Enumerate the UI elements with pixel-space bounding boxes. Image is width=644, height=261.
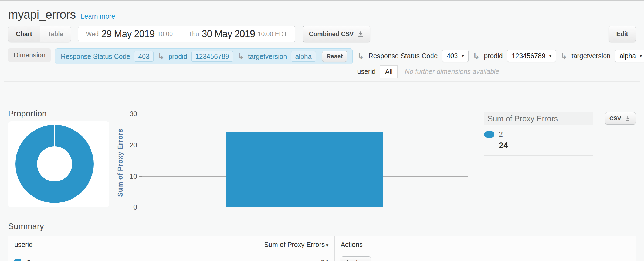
series-color-swatch (484, 131, 494, 138)
next-dimension-name: userid (357, 68, 375, 75)
x-axis-zero-line (142, 207, 468, 207)
summary-section: Summary userid Sum of Proxy Errors▾ Acti… (8, 222, 636, 261)
breadcrumb-dim-value[interactable]: 123456789 (191, 51, 233, 62)
edit-button[interactable]: Edit (609, 26, 636, 42)
cell-userid: 2 (8, 253, 199, 261)
filter-selected-value: 403 (447, 52, 458, 60)
breadcrumb-dim-value[interactable]: alpha (291, 51, 316, 62)
drilldown-arrow-icon: ↳ (473, 52, 480, 60)
edit-label: Edit (616, 30, 628, 38)
y-tick-label: 0 (133, 203, 137, 211)
filter-selected-value: alpha (619, 52, 636, 60)
summary-title: Summary (8, 222, 636, 231)
page-title: myapi_errors (8, 8, 76, 21)
plot-outer: 30 20 10 0 (142, 109, 468, 212)
dimension-label: Dimension (8, 48, 51, 62)
legend-title: Sum of Proxy Errors (484, 112, 593, 125)
drilldown-arrow-icon: ↳ (560, 52, 567, 60)
y-axis-title: Sum of Proxy Errors (116, 129, 124, 197)
cell-sum: 24 (199, 253, 334, 261)
reset-button[interactable]: Reset (322, 51, 347, 62)
y-tick-label: 10 (130, 173, 137, 180)
next-dimension-value-button[interactable]: All (380, 65, 398, 78)
filter-selected-value: 123456789 (512, 52, 545, 60)
filter-line-1: ↳ Response Status Code 403 ▾ ↳ prodid 12… (357, 50, 644, 62)
start-date: 29 May 2019 (101, 28, 154, 40)
chevron-down-icon: ▾ (462, 53, 464, 59)
csv-label: CSV (609, 115, 621, 122)
sort-descending-icon: ▾ (326, 242, 328, 248)
legend-item-label: 2 (499, 130, 503, 139)
column-header-sum[interactable]: Sum of Proxy Errors▾ (199, 236, 334, 253)
column-header-sum-label: Sum of Proxy Errors (264, 241, 325, 248)
dimension-row: Dimension Response Status Code 403 ↳ pro… (8, 48, 636, 78)
proportion-chart-card (8, 121, 109, 207)
proportion-chart-block: Proportion (8, 109, 109, 207)
breadcrumb-dim-name: prodid (168, 53, 187, 60)
breadcrumb-dim-name: targetversion (248, 53, 287, 60)
drilldown-arrow-icon: ↳ (158, 52, 164, 60)
download-icon (357, 30, 364, 37)
table-row: 2 24 Analyze (8, 253, 636, 261)
end-day: Thu (188, 30, 199, 38)
tab-table[interactable]: Table (40, 26, 71, 42)
column-header-userid: userid (8, 236, 199, 253)
breadcrumb-dim-name: Response Status Code (61, 53, 130, 60)
table-header-row: userid Sum of Proxy Errors▾ Actions (8, 236, 636, 253)
bar-chart-plot: 30 20 10 0 (142, 114, 468, 207)
cell-actions: Analyze (334, 253, 636, 261)
no-more-dimensions-text: No further dimensions available (405, 68, 499, 75)
start-time: 10:00 (157, 30, 173, 38)
combined-csv-label: Combined CSV (309, 30, 354, 38)
header: myapi_errors Learn more (8, 1, 636, 21)
chevron-down-icon: ▾ (549, 53, 552, 59)
breadcrumb-dim-value[interactable]: 403 (134, 51, 154, 62)
y-tick-label: 30 (130, 110, 137, 118)
filter-select-response-status-code[interactable]: 403 ▾ (442, 50, 469, 62)
csv-button[interactable]: CSV (605, 112, 636, 125)
summary-table: userid Sum of Proxy Errors▾ Actions 2 24 (8, 236, 636, 261)
legend-item[interactable]: 2 (484, 130, 636, 139)
userid-value: 2 (27, 259, 30, 261)
bar-chart-block: Sum of Proxy Errors 30 20 10 0 (114, 109, 468, 212)
legend-panel: Sum of Proxy Errors CSV 2 24 (484, 109, 636, 156)
filter-name: Response Status Code (368, 52, 438, 60)
combined-csv-button[interactable]: Combined CSV (303, 26, 370, 42)
date-range-picker[interactable]: Wed 29 May 2019 10:00 – Thu 30 May 2019 … (78, 26, 295, 42)
filter-line-2: userid All No further dimensions availab… (357, 65, 644, 78)
bar[interactable] (226, 132, 383, 207)
donut-chart[interactable] (8, 121, 109, 207)
y-axis-title-wrap: Sum of Proxy Errors (114, 109, 126, 212)
section-divider (4, 81, 640, 82)
chevron-down-icon: ▾ (640, 53, 642, 59)
filter-select-prodid[interactable]: 123456789 ▾ (507, 50, 556, 62)
drilldown-arrow-icon: ↳ (237, 52, 244, 60)
filter-name: prodid (484, 52, 503, 60)
learn-more-link[interactable]: Learn more (81, 12, 115, 20)
proportion-title: Proportion (8, 109, 109, 119)
end-time: 10:00 EDT (258, 30, 287, 38)
analyze-button[interactable]: Analyze (341, 256, 371, 261)
date-dash: – (178, 29, 183, 39)
charts-row: Proportion Sum of Proxy Errors (8, 109, 636, 212)
y-tick-label: 20 (130, 141, 137, 149)
controls-row: Chart Table Wed 29 May 2019 10:00 – Thu … (8, 26, 636, 42)
legend-divider (484, 155, 593, 156)
drilldown-breadcrumb: Response Status Code 403 ↳ prodid 123456… (55, 48, 353, 64)
analytics-dashboard: myapi_errors Learn more Chart Table Wed … (0, 0, 644, 261)
tab-chart[interactable]: Chart (8, 26, 40, 42)
end-date: 30 May 2019 (202, 28, 255, 40)
series-color-swatch (14, 259, 21, 261)
legend-item-value: 24 (499, 141, 636, 150)
legend-header: Sum of Proxy Errors CSV (484, 112, 636, 125)
download-icon (624, 115, 631, 122)
gridline (142, 114, 468, 114)
column-header-actions: Actions (334, 236, 636, 253)
view-toggle: Chart Table (8, 26, 71, 42)
filter-select-targetversion[interactable]: alpha ▾ (615, 50, 644, 62)
dimension-filters: ↳ Response Status Code 403 ▾ ↳ prodid 12… (357, 48, 644, 78)
filter-name: targetversion (571, 52, 611, 60)
drilldown-arrow-icon: ↳ (357, 52, 364, 60)
start-day: Wed (86, 30, 99, 38)
